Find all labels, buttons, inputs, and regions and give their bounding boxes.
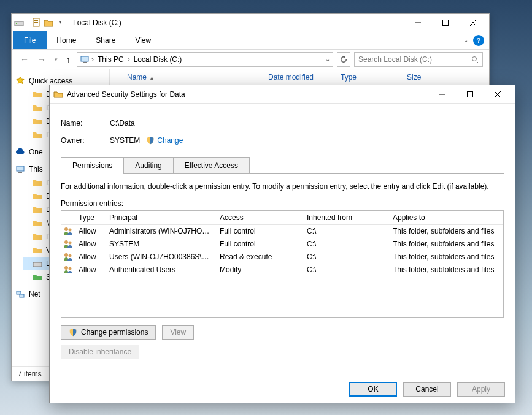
cell-access: Full control bbox=[216, 227, 303, 235]
forward-button[interactable]: → bbox=[35, 55, 48, 64]
svg-rect-16 bbox=[17, 291, 21, 294]
folder-icon bbox=[33, 191, 42, 201]
permission-row[interactable]: AllowSYSTEMFull controlC:\This folder, s… bbox=[61, 238, 503, 251]
nav-bar: ← → ▾ ↑ › This PC › Local Disk (C:) ⌄ Se… bbox=[12, 50, 489, 69]
item-count: 7 items bbox=[18, 370, 42, 378]
new-folder-icon[interactable] bbox=[44, 18, 53, 28]
dialog-close-button[interactable] bbox=[484, 86, 511, 103]
permission-row[interactable]: AllowAdministrators (WIN-OJ7HO0…Full con… bbox=[61, 225, 503, 238]
sort-asc-icon: ▴ bbox=[150, 74, 153, 81]
cell-principal: Authenticated Users bbox=[106, 265, 216, 274]
cell-type: Allow bbox=[75, 227, 106, 235]
dialog-minimize-button[interactable] bbox=[428, 86, 456, 103]
shield-icon bbox=[146, 136, 155, 145]
explorer-titlebar: ▾ Local Disk (C:) bbox=[12, 14, 489, 31]
header-principal[interactable]: Principal bbox=[106, 211, 216, 224]
help-icon[interactable]: ? bbox=[473, 35, 484, 46]
cancel-button[interactable]: Cancel bbox=[403, 382, 451, 397]
maximize-button[interactable] bbox=[431, 14, 459, 31]
ribbon: File Home Share View ⌄ ? bbox=[12, 31, 489, 50]
column-name[interactable]: Name▴ bbox=[123, 73, 264, 82]
cell-type: Allow bbox=[75, 265, 106, 274]
permissions-header: Type Principal Access Inherited from App… bbox=[61, 211, 503, 225]
search-input[interactable]: Search Local Disk (C:) bbox=[354, 52, 483, 67]
folder-icon bbox=[33, 245, 42, 255]
qat-dropdown-icon[interactable]: ▾ bbox=[55, 18, 65, 28]
cell-inherited: C:\ bbox=[303, 253, 389, 261]
refresh-button[interactable] bbox=[337, 52, 350, 67]
drive-icon bbox=[14, 18, 24, 28]
disable-inheritance-button[interactable]: Disable inheritance bbox=[61, 345, 139, 359]
back-button[interactable]: ← bbox=[18, 55, 31, 64]
drive-icon bbox=[33, 259, 42, 268]
permission-row[interactable]: AllowAuthenticated UsersModifyC:\This fo… bbox=[61, 264, 503, 276]
security-dialog: Advanced Security Settings for Data Name… bbox=[49, 85, 515, 403]
folder-icon bbox=[33, 218, 42, 228]
svg-rect-3 bbox=[34, 20, 38, 21]
tab-strip: Permissions Auditing Effective Access bbox=[61, 156, 504, 173]
cell-inherited: C:\ bbox=[303, 265, 389, 274]
header-type[interactable]: Type bbox=[75, 211, 106, 224]
svg-line-12 bbox=[476, 61, 478, 63]
cell-principal: SYSTEM bbox=[106, 240, 216, 248]
principal-icon bbox=[61, 265, 75, 275]
ribbon-expand-icon[interactable]: ⌄ bbox=[463, 37, 468, 44]
home-tab[interactable]: Home bbox=[47, 31, 86, 49]
breadcrumb[interactable]: › This PC › Local Disk (C:) ⌄ bbox=[77, 52, 333, 67]
owner-label: Owner: bbox=[61, 136, 110, 145]
hint-text: For additional information, double-click… bbox=[61, 181, 504, 192]
svg-rect-19 bbox=[467, 91, 472, 97]
svg-rect-15 bbox=[33, 262, 42, 267]
change-permissions-button[interactable]: Change permissions bbox=[61, 325, 156, 340]
cloud-icon bbox=[15, 147, 25, 157]
cell-inherited: C:\ bbox=[303, 227, 389, 235]
tab-effective-access[interactable]: Effective Access bbox=[173, 157, 250, 174]
svg-point-29 bbox=[69, 267, 72, 270]
column-date[interactable]: Date modified bbox=[264, 73, 337, 82]
search-icon bbox=[471, 56, 479, 63]
dialog-title: Advanced Security Settings for Data bbox=[63, 90, 428, 99]
minimize-button[interactable] bbox=[404, 14, 431, 31]
apply-button[interactable]: Apply bbox=[457, 382, 505, 397]
svg-rect-14 bbox=[18, 172, 22, 173]
svg-point-28 bbox=[64, 266, 68, 270]
breadcrumb-dropdown-icon[interactable]: ⌄ bbox=[325, 56, 330, 63]
file-tab[interactable]: File bbox=[13, 31, 47, 49]
header-inherited[interactable]: Inherited from bbox=[303, 211, 389, 224]
permission-row[interactable]: AllowUsers (WIN-OJ7HO00386S\Us…Read & ex… bbox=[61, 251, 503, 264]
change-owner-link[interactable]: Change bbox=[146, 136, 183, 145]
chevron-right-icon[interactable]: › bbox=[91, 55, 94, 64]
tab-auditing[interactable]: Auditing bbox=[123, 157, 173, 174]
principal-icon bbox=[61, 252, 75, 262]
cell-access: Read & execute bbox=[216, 253, 303, 261]
svg-rect-1 bbox=[16, 23, 17, 24]
column-size[interactable]: Size bbox=[403, 73, 452, 82]
view-button[interactable]: View bbox=[162, 325, 194, 340]
column-type[interactable]: Type bbox=[337, 73, 403, 82]
folder-icon bbox=[33, 130, 42, 140]
chevron-right-icon[interactable]: › bbox=[128, 55, 130, 64]
share-tab[interactable]: Share bbox=[86, 31, 125, 49]
properties-icon[interactable] bbox=[32, 18, 42, 28]
header-access[interactable]: Access bbox=[216, 211, 303, 224]
breadcrumb-segment[interactable]: This PC bbox=[96, 55, 126, 64]
svg-rect-4 bbox=[34, 22, 38, 23]
quick-access-toolbar: ▾ bbox=[14, 17, 65, 28]
view-tab[interactable]: View bbox=[125, 31, 161, 49]
star-icon bbox=[15, 76, 25, 86]
dialog-footer: OK Cancel Apply bbox=[50, 375, 515, 403]
cell-applies: This folder, subfolders and files bbox=[389, 240, 503, 248]
cell-applies: This folder, subfolders and files bbox=[389, 227, 503, 235]
close-button[interactable] bbox=[459, 14, 487, 31]
breadcrumb-segment[interactable]: Local Disk (C:) bbox=[132, 55, 184, 64]
svg-point-11 bbox=[472, 56, 477, 61]
shield-icon bbox=[69, 328, 77, 337]
pc-icon bbox=[80, 55, 90, 64]
folder-icon bbox=[33, 103, 42, 113]
header-applies[interactable]: Applies to bbox=[389, 211, 503, 224]
tab-permissions[interactable]: Permissions bbox=[61, 157, 124, 174]
dialog-maximize-button[interactable] bbox=[456, 86, 484, 103]
ok-button[interactable]: OK bbox=[349, 382, 397, 397]
recent-dropdown-icon[interactable]: ▾ bbox=[52, 56, 60, 63]
up-button[interactable]: ↑ bbox=[64, 55, 73, 64]
